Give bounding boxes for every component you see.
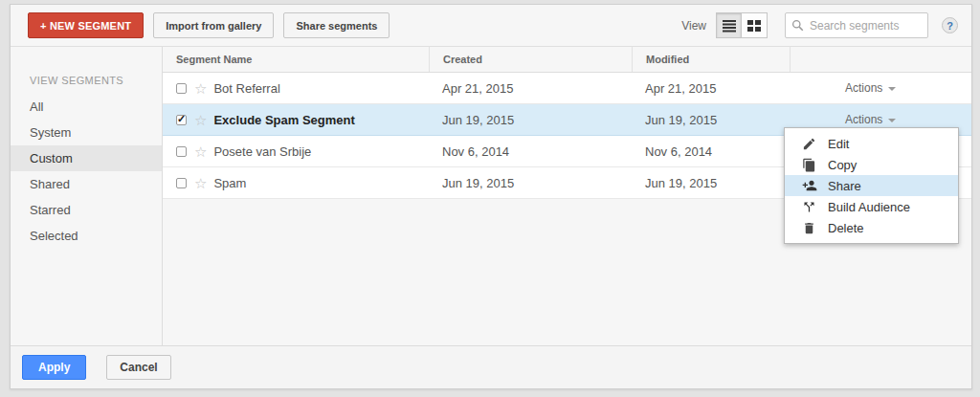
sidebar-item-all[interactable]: All bbox=[11, 94, 162, 120]
menu-item-edit[interactable]: Edit bbox=[785, 133, 958, 154]
modified-cell: Jun 19, 2015 bbox=[632, 176, 790, 190]
menu-item-copy[interactable]: Copy bbox=[785, 154, 958, 175]
pencil-icon bbox=[801, 136, 817, 152]
star-icon[interactable]: ☆ bbox=[194, 81, 207, 96]
chevron-down-icon bbox=[888, 119, 896, 122]
star-icon[interactable]: ☆ bbox=[194, 144, 207, 159]
search-input[interactable] bbox=[810, 19, 921, 33]
segment-name: Exclude Spam Segment bbox=[213, 113, 354, 127]
menu-item-delete[interactable]: Delete bbox=[785, 217, 958, 238]
segment-name-cell: ☆ Bot Referral bbox=[163, 81, 429, 96]
menu-item-build-audience[interactable]: Build Audience bbox=[785, 196, 958, 217]
menu-item-label: Build Audience bbox=[828, 200, 910, 214]
actions-label: Actions bbox=[845, 81, 882, 95]
sidebar-item-custom[interactable]: Custom bbox=[11, 145, 162, 171]
copy-icon bbox=[801, 157, 817, 173]
sidebar-item-starred[interactable]: Starred bbox=[11, 197, 162, 223]
actions-dropdown-link[interactable]: Actions bbox=[790, 113, 971, 126]
actions-label: Actions bbox=[845, 113, 882, 126]
created-cell: Jun 19, 2015 bbox=[429, 176, 632, 190]
list-view-button[interactable] bbox=[716, 12, 742, 38]
new-segment-button[interactable]: + NEW SEGMENT bbox=[28, 12, 144, 38]
list-view-icon bbox=[723, 19, 736, 33]
table-header: Segment Name Created Modified bbox=[163, 47, 971, 73]
apply-button[interactable]: Apply bbox=[22, 355, 86, 380]
segment-name-cell: ☆ Spam bbox=[163, 176, 429, 190]
view-label: View bbox=[681, 19, 706, 33]
modified-cell: Nov 6, 2014 bbox=[632, 144, 790, 159]
sidebar-item-selected[interactable]: Selected bbox=[11, 223, 162, 249]
sidebar-heading: VIEW SEGMENTS bbox=[11, 75, 162, 94]
toolbar: + NEW SEGMENT Import from gallery Share … bbox=[11, 5, 971, 47]
row-checkbox[interactable] bbox=[176, 178, 187, 188]
segment-name: Posete van Srbije bbox=[213, 144, 311, 159]
content: VIEW SEGMENTS All System Custom Shared S… bbox=[11, 47, 971, 345]
actions-dropdown-link[interactable]: Actions bbox=[790, 81, 971, 95]
row-checkbox[interactable] bbox=[176, 146, 187, 157]
menu-item-share[interactable]: Share bbox=[785, 175, 958, 196]
created-cell: Jun 19, 2015 bbox=[429, 113, 632, 127]
actions-menu: Edit Copy Share bbox=[784, 127, 959, 244]
modified-cell: Apr 21, 2015 bbox=[632, 81, 790, 96]
menu-item-label: Share bbox=[828, 179, 861, 193]
trash-icon bbox=[801, 220, 817, 236]
created-cell: Nov 6, 2014 bbox=[429, 144, 632, 159]
column-header-segment-name: Segment Name bbox=[163, 47, 429, 72]
footer: Apply Cancel bbox=[11, 345, 971, 388]
search-icon bbox=[791, 19, 804, 32]
segment-name-cell: ☆ Exclude Spam Segment bbox=[163, 113, 429, 127]
segment-name: Bot Referral bbox=[213, 81, 279, 96]
column-header-modified: Modified bbox=[632, 47, 790, 72]
chevron-down-icon bbox=[888, 87, 896, 91]
grid-view-button[interactable] bbox=[742, 12, 768, 38]
menu-item-label: Copy bbox=[828, 158, 857, 172]
modified-cell: Jun 19, 2015 bbox=[632, 113, 790, 127]
menu-item-label: Edit bbox=[828, 137, 849, 151]
segments-table: Segment Name Created Modified ☆ Bot Refe… bbox=[163, 47, 971, 345]
segments-panel: + NEW SEGMENT Import from gallery Share … bbox=[10, 4, 972, 389]
star-icon[interactable]: ☆ bbox=[194, 176, 207, 190]
help-icon[interactable]: ? bbox=[942, 17, 958, 33]
split-icon bbox=[801, 199, 817, 215]
sidebar: VIEW SEGMENTS All System Custom Shared S… bbox=[11, 47, 163, 345]
created-cell: Apr 21, 2015 bbox=[429, 81, 632, 96]
column-header-created: Created bbox=[429, 47, 632, 72]
table-row: ☆ Bot Referral Apr 21, 2015 Apr 21, 2015… bbox=[163, 73, 971, 104]
menu-item-label: Delete bbox=[828, 221, 864, 235]
column-header-actions bbox=[790, 47, 971, 72]
search-box bbox=[785, 12, 928, 38]
person-add-icon bbox=[801, 178, 817, 194]
segment-name-cell: ☆ Posete van Srbije bbox=[163, 144, 429, 159]
row-checkbox[interactable] bbox=[176, 115, 187, 125]
import-from-gallery-button[interactable]: Import from gallery bbox=[153, 12, 274, 38]
sidebar-item-system[interactable]: System bbox=[11, 120, 162, 145]
cancel-button[interactable]: Cancel bbox=[106, 355, 170, 380]
sidebar-item-shared[interactable]: Shared bbox=[11, 171, 162, 197]
row-checkbox[interactable] bbox=[176, 83, 187, 94]
grid-view-icon bbox=[747, 19, 761, 33]
segment-name: Spam bbox=[213, 176, 246, 190]
star-icon[interactable]: ☆ bbox=[194, 113, 207, 127]
view-toggle bbox=[716, 12, 768, 38]
share-segments-button[interactable]: Share segments bbox=[283, 12, 390, 38]
